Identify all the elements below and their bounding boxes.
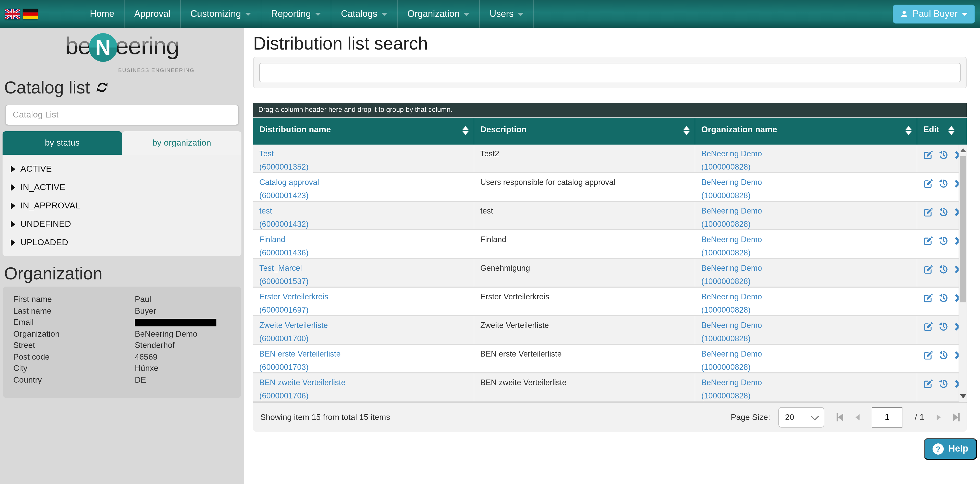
distribution-id-link[interactable]: (6000001537) bbox=[259, 276, 469, 286]
distribution-name-link[interactable]: BEN erste Verteilerliste bbox=[259, 349, 469, 359]
nav-item-catalogs[interactable]: Catalogs bbox=[331, 0, 398, 27]
history-icon[interactable] bbox=[939, 265, 948, 274]
status-item-active[interactable]: ACTIVE bbox=[3, 160, 242, 178]
history-icon[interactable] bbox=[939, 150, 948, 160]
organization-id-link[interactable]: (1000000828) bbox=[701, 190, 912, 200]
distribution-name-link[interactable]: Catalog approval bbox=[259, 177, 469, 187]
help-button[interactable]: ? Help bbox=[924, 438, 977, 460]
organization-id-link[interactable]: (1000000828) bbox=[701, 219, 912, 229]
page-number-input[interactable] bbox=[872, 407, 902, 428]
nav-item-home[interactable]: Home bbox=[80, 0, 124, 27]
scroll-up-icon[interactable] bbox=[960, 148, 966, 152]
table-row: Finland(6000001436) Finland BeNeering De… bbox=[253, 230, 967, 259]
edit-icon[interactable] bbox=[923, 293, 933, 303]
distribution-id-link[interactable]: (6000001706) bbox=[259, 391, 469, 401]
distribution-id-link[interactable]: (6000001432) bbox=[259, 219, 469, 229]
organization-name-link[interactable]: BeNeering Demo bbox=[701, 149, 912, 158]
organization-name-link[interactable]: BeNeering Demo bbox=[701, 292, 912, 301]
page-size-select[interactable]: 20 bbox=[778, 407, 824, 428]
organization-id-link[interactable]: (1000000828) bbox=[701, 305, 912, 315]
edit-icon[interactable] bbox=[923, 236, 933, 246]
status-item-in-approval[interactable]: IN_APPROVAL bbox=[3, 196, 242, 215]
history-icon[interactable] bbox=[939, 236, 948, 246]
history-icon[interactable] bbox=[939, 379, 948, 389]
distribution-id-link[interactable]: (6000001423) bbox=[259, 190, 469, 200]
next-page-button[interactable] bbox=[937, 414, 941, 420]
organization-name-link[interactable]: BeNeering Demo bbox=[701, 320, 912, 330]
organization-id-link[interactable]: (1000000828) bbox=[701, 334, 912, 343]
catalog-list-search-input[interactable] bbox=[5, 105, 239, 125]
distribution-id-link[interactable]: (6000001700) bbox=[259, 334, 469, 343]
table-body: Test(6000001352) Test2 BeNeering Demo(10… bbox=[253, 145, 967, 402]
description-cell: Erster Verteilerkreis bbox=[474, 288, 695, 315]
first-page-button[interactable] bbox=[837, 413, 843, 422]
tab-by-status[interactable]: by status bbox=[3, 131, 122, 155]
group-by-drop-zone[interactable]: Drag a column header here and drop it to… bbox=[253, 103, 967, 118]
organization-id-link[interactable]: (1000000828) bbox=[701, 162, 912, 172]
germany-flag-icon[interactable] bbox=[23, 8, 38, 19]
nav-item-organization[interactable]: Organization bbox=[398, 0, 480, 27]
organization-name-link[interactable]: BeNeering Demo bbox=[701, 377, 912, 387]
tab-by-organization[interactable]: by organization bbox=[122, 131, 242, 155]
page-size-label: Page Size: bbox=[731, 413, 770, 422]
column-header-distribution-name[interactable]: Distribution name bbox=[253, 118, 474, 145]
nav-item-users[interactable]: Users bbox=[480, 0, 534, 27]
organization-name-link[interactable]: BeNeering Demo bbox=[701, 206, 912, 216]
organization-id-link[interactable]: (1000000828) bbox=[701, 391, 912, 401]
user-menu-button[interactable]: Paul Buyer bbox=[893, 4, 975, 23]
nav-item-customizing[interactable]: Customizing bbox=[181, 0, 261, 27]
sort-icon[interactable] bbox=[905, 126, 912, 135]
scrollbar-thumb[interactable] bbox=[960, 156, 966, 302]
sort-icon[interactable] bbox=[683, 126, 690, 135]
edit-icon[interactable] bbox=[923, 379, 933, 389]
organization-id-link[interactable]: (1000000828) bbox=[701, 248, 912, 257]
distribution-id-link[interactable]: (6000001703) bbox=[259, 362, 469, 372]
sort-icon[interactable] bbox=[463, 126, 469, 135]
edit-icon[interactable] bbox=[923, 265, 933, 274]
organization-name-link[interactable]: BeNeering Demo bbox=[701, 177, 912, 187]
distribution-name-link[interactable]: Erster Verteilerkreis bbox=[259, 292, 469, 301]
edit-icon[interactable] bbox=[923, 208, 933, 217]
organization-name-link[interactable]: BeNeering Demo bbox=[701, 235, 912, 244]
edit-icon[interactable] bbox=[923, 179, 933, 188]
column-header-description[interactable]: Description bbox=[474, 118, 695, 145]
status-item-undefined[interactable]: UNDEFINED bbox=[3, 215, 242, 233]
distribution-name-link[interactable]: test bbox=[259, 206, 469, 216]
prev-page-button[interactable] bbox=[856, 414, 859, 420]
history-icon[interactable] bbox=[939, 322, 948, 332]
organization-name-link[interactable]: BeNeering Demo bbox=[701, 263, 912, 273]
last-page-button[interactable] bbox=[953, 413, 959, 422]
status-item-uploaded[interactable]: UPLOADED bbox=[3, 233, 242, 252]
distribution-id-link[interactable]: (6000001697) bbox=[259, 305, 469, 315]
edit-icon[interactable] bbox=[923, 150, 933, 160]
column-header-edit[interactable]: Edit bbox=[917, 118, 967, 145]
refresh-icon[interactable] bbox=[96, 81, 108, 93]
history-icon[interactable] bbox=[939, 179, 948, 188]
nav-item-reporting[interactable]: Reporting bbox=[261, 0, 331, 27]
distribution-name-link[interactable]: Finland bbox=[259, 235, 469, 244]
distribution-name-link[interactable]: Test_Marcel bbox=[259, 263, 469, 273]
status-item-in-active[interactable]: IN_ACTIVE bbox=[3, 178, 242, 196]
distribution-name-link[interactable]: Test bbox=[259, 149, 469, 158]
history-icon[interactable] bbox=[939, 293, 948, 303]
collapse-arrow-icon bbox=[11, 239, 15, 246]
distribution-id-link[interactable]: (6000001352) bbox=[259, 162, 469, 172]
edit-icon[interactable] bbox=[923, 322, 933, 332]
organization-id-link[interactable]: (1000000828) bbox=[701, 276, 912, 286]
organization-name-link[interactable]: BeNeering Demo bbox=[701, 349, 912, 359]
history-icon[interactable] bbox=[939, 208, 948, 217]
edit-icon[interactable] bbox=[923, 350, 933, 360]
nav-item-approval[interactable]: Approval bbox=[124, 0, 181, 27]
organization-id-link[interactable]: (1000000828) bbox=[701, 362, 912, 372]
distribution-name-link[interactable]: BEN zweite Verteilerliste bbox=[259, 377, 469, 387]
sort-icon[interactable] bbox=[948, 126, 955, 135]
column-header-organization-name[interactable]: Organization name bbox=[695, 118, 917, 145]
history-icon[interactable] bbox=[939, 350, 948, 360]
table-scrollbar[interactable] bbox=[959, 145, 967, 402]
org-field-value: DE bbox=[135, 374, 146, 386]
distribution-search-input[interactable] bbox=[259, 63, 961, 82]
scroll-down-icon[interactable] bbox=[960, 395, 966, 398]
distribution-id-link[interactable]: (6000001436) bbox=[259, 248, 469, 257]
distribution-name-link[interactable]: Zweite Verteilerliste bbox=[259, 320, 469, 330]
uk-flag-icon[interactable] bbox=[5, 8, 20, 19]
